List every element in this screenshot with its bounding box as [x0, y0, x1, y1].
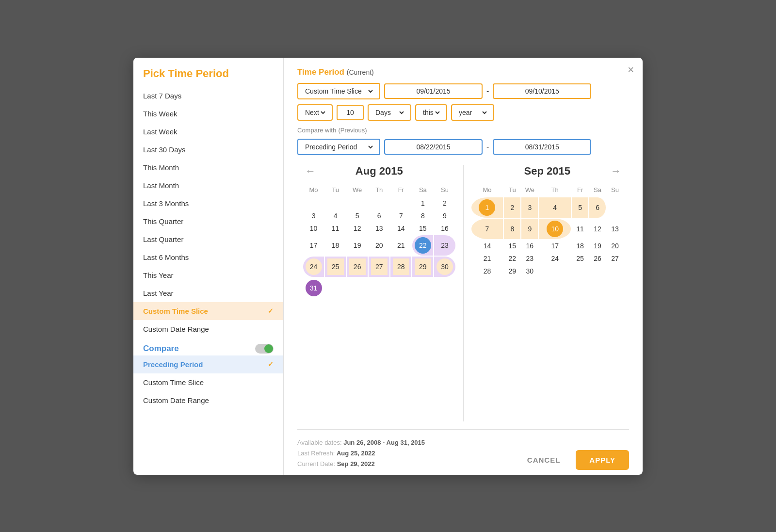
- aug-day-12[interactable]: 12: [347, 223, 368, 234]
- this-select-box[interactable]: this last: [415, 104, 447, 121]
- compare-date-to[interactable]: [493, 139, 591, 155]
- this-select[interactable]: this last: [421, 108, 441, 117]
- sidebar-item-compare-customdaterange[interactable]: Custom Date Range: [133, 391, 283, 409]
- aug-day-16[interactable]: 16: [434, 223, 455, 234]
- aug-day-10[interactable]: 10: [303, 223, 324, 234]
- sidebar-item-thisquarter[interactable]: This Quarter: [133, 212, 283, 230]
- aug-day-8[interactable]: 8: [412, 210, 433, 222]
- sep-day-4[interactable]: 4: [539, 197, 571, 218]
- sep-day-22[interactable]: 22: [504, 253, 520, 264]
- aug-day-25[interactable]: 25: [325, 257, 346, 277]
- sidebar-item-last7days[interactable]: Last 7 Days: [133, 87, 283, 105]
- sidebar-item-last30days[interactable]: Last 30 Days: [133, 141, 283, 159]
- year-select[interactable]: year quarter month week: [457, 108, 488, 117]
- sep-day-20[interactable]: 20: [607, 240, 623, 252]
- prev-month-button[interactable]: ←: [302, 165, 319, 177]
- sidebar-item-lastyear[interactable]: Last Year: [133, 284, 283, 302]
- sidebar-item-lastquarter[interactable]: Last Quarter: [133, 230, 283, 248]
- aug-day-22[interactable]: 22: [412, 235, 433, 256]
- sep-day-6[interactable]: 6: [589, 197, 606, 218]
- sep-day-16[interactable]: 16: [521, 240, 538, 252]
- sep-day-10[interactable]: 10: [539, 219, 571, 239]
- aug-day-4[interactable]: 4: [325, 210, 346, 222]
- sep-day-9[interactable]: 9: [521, 219, 538, 239]
- sidebar-item-preceding-period[interactable]: Preceding Period ✓: [133, 355, 283, 373]
- aug-day-3[interactable]: 3: [303, 210, 324, 222]
- sep-day-28[interactable]: 28: [471, 265, 503, 277]
- aug-day-23[interactable]: 23: [434, 235, 455, 256]
- time-period-date-to[interactable]: [493, 83, 591, 99]
- aug-day-30[interactable]: 30: [434, 257, 455, 277]
- number-input[interactable]: [337, 105, 364, 120]
- sidebar-item-thismonth[interactable]: This Month: [133, 159, 283, 177]
- aug-day-20[interactable]: 20: [369, 235, 389, 256]
- sep-day-23[interactable]: 23: [521, 253, 538, 264]
- aug-day-21[interactable]: 21: [390, 235, 411, 256]
- aug-day-13[interactable]: 13: [369, 223, 389, 234]
- sep-day-7[interactable]: 7: [471, 219, 503, 239]
- sep-day-18[interactable]: 18: [572, 240, 588, 252]
- year-select-box[interactable]: year quarter month week: [451, 104, 494, 121]
- aug-day-15[interactable]: 15: [412, 223, 433, 234]
- preceding-period-select-box[interactable]: Preceding Period Custom Time Slice Custo…: [297, 139, 380, 155]
- sep-day-8[interactable]: 8: [504, 219, 520, 239]
- sidebar-item-customtimeslice[interactable]: Custom Time Slice ✓: [133, 302, 283, 320]
- unit-select-box[interactable]: Days Weeks Months: [368, 104, 411, 121]
- time-slice-select[interactable]: Custom Time Slice This Week Last Week La…: [303, 87, 374, 96]
- aug-day-2[interactable]: 2: [434, 197, 455, 209]
- cancel-button[interactable]: CANCEL: [518, 451, 569, 469]
- sep-day-26[interactable]: 26: [589, 253, 606, 264]
- sep-day-29[interactable]: 29: [504, 265, 520, 277]
- sidebar-item-lastmonth[interactable]: Last Month: [133, 177, 283, 194]
- aug-day-19[interactable]: 19: [347, 235, 368, 256]
- sep-day-13[interactable]: 13: [607, 219, 623, 239]
- sep-day-12[interactable]: 12: [589, 219, 606, 239]
- sep-day-11[interactable]: 11: [572, 219, 588, 239]
- sep-day-5[interactable]: 5: [572, 197, 588, 218]
- preceding-period-select[interactable]: Preceding Period Custom Time Slice Custo…: [303, 143, 374, 151]
- sep-day-17[interactable]: 17: [539, 240, 571, 252]
- sidebar-item-thisyear[interactable]: This Year: [133, 266, 283, 284]
- aug-day-1[interactable]: 1: [412, 197, 433, 209]
- sidebar-item-last3months[interactable]: Last 3 Months: [133, 194, 283, 212]
- sep-day-15[interactable]: 15: [504, 240, 520, 252]
- sep-day-1[interactable]: 1: [471, 197, 503, 218]
- aug-day-14[interactable]: 14: [390, 223, 411, 234]
- sidebar-item-last6months[interactable]: Last 6 Months: [133, 248, 283, 266]
- sep-day-19[interactable]: 19: [589, 240, 606, 252]
- next-select-box[interactable]: Next Last: [297, 104, 333, 121]
- aug-day-5[interactable]: 5: [347, 210, 368, 222]
- sidebar-item-customdaterange[interactable]: Custom Date Range: [133, 320, 283, 338]
- sidebar-item-lastweek[interactable]: Last Week: [133, 123, 283, 141]
- next-month-button[interactable]: →: [608, 165, 624, 177]
- aug-day-31[interactable]: 31: [303, 278, 324, 298]
- aug-day-24[interactable]: 24: [303, 257, 324, 277]
- sep-day-14[interactable]: 14: [471, 240, 503, 252]
- apply-button[interactable]: APPLY: [576, 450, 629, 470]
- sep-day-30[interactable]: 30: [521, 265, 538, 277]
- aug-day-29[interactable]: 29: [412, 257, 433, 277]
- close-button[interactable]: ×: [628, 64, 634, 75]
- aug-day-27[interactable]: 27: [369, 257, 389, 277]
- aug-day-18[interactable]: 18: [325, 235, 346, 256]
- sep-day-3[interactable]: 3: [521, 197, 538, 218]
- sidebar-item-compare-customtimeslice[interactable]: Custom Time Slice: [133, 373, 283, 391]
- aug-day-6[interactable]: 6: [369, 210, 389, 222]
- sidebar-item-thisweek[interactable]: This Week: [133, 105, 283, 123]
- time-slice-select-box[interactable]: Custom Time Slice This Week Last Week La…: [297, 83, 380, 99]
- next-select[interactable]: Next Last: [303, 108, 327, 117]
- aug-day-9[interactable]: 9: [434, 210, 455, 222]
- compare-date-from[interactable]: [384, 139, 483, 155]
- aug-day-26[interactable]: 26: [347, 257, 368, 277]
- sep-day-21[interactable]: 21: [471, 253, 503, 264]
- aug-day-11[interactable]: 11: [325, 223, 346, 234]
- compare-toggle[interactable]: [255, 344, 274, 354]
- sep-day-25[interactable]: 25: [572, 253, 588, 264]
- sep-day-27[interactable]: 27: [607, 253, 623, 264]
- aug-day-17[interactable]: 17: [303, 235, 324, 256]
- aug-day-28[interactable]: 28: [390, 257, 411, 277]
- sep-day-24[interactable]: 24: [539, 253, 571, 264]
- sep-day-2[interactable]: 2: [504, 197, 520, 218]
- aug-day-7[interactable]: 7: [390, 210, 411, 222]
- time-period-date-from[interactable]: [384, 83, 483, 99]
